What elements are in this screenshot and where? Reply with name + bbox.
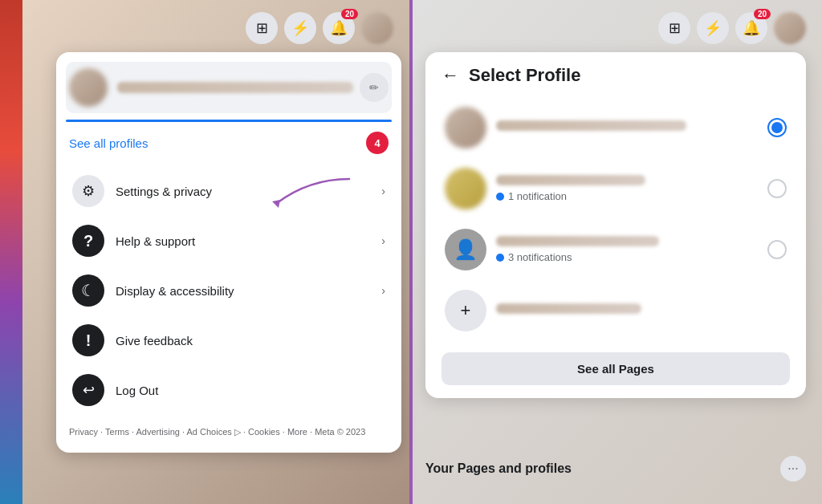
messenger-icon-left: ⚡: [291, 19, 309, 37]
right-panel: ⊞ ⚡ 🔔 20 ← Select Profile: [409, 0, 822, 504]
profile-edit-button[interactable]: ✏: [360, 73, 389, 102]
footer-links: Privacy · Terms · Advertising · Ad Choic…: [66, 416, 392, 443]
grid-icon-button-left[interactable]: ⊞: [246, 12, 278, 44]
add-profile-row[interactable]: +: [442, 282, 790, 339]
profile-name-1: [496, 120, 686, 131]
footer-text: Privacy · Terms · Advertising · Ad Choic…: [69, 427, 365, 437]
profile-option-1[interactable]: [442, 99, 790, 156]
notification-dot-2: [496, 193, 504, 201]
add-profile-name-blur: [496, 303, 641, 314]
panel-divider: [409, 0, 413, 504]
profiles-count-badge: 4: [366, 132, 389, 154]
profile-name-blur: [117, 82, 353, 93]
default-avatar-icon: 👤: [454, 238, 478, 261]
grid-icon-button-right[interactable]: ⊞: [658, 12, 690, 44]
select-profile-card: ← Select Profile 1 notification: [425, 52, 806, 398]
select-profile-header: ← Select Profile: [442, 65, 790, 86]
display-icon: ☾: [81, 281, 96, 300]
see-all-pages-button[interactable]: See all Pages: [442, 352, 790, 385]
dropdown-menu: ✏ See all profiles 4 ⚙ Settings & privac…: [56, 52, 401, 453]
more-options-button[interactable]: ···: [780, 456, 806, 482]
top-bar-left: ⊞ ⚡ 🔔 20: [0, 0, 409, 56]
profile-avatar-3: 👤: [445, 229, 486, 270]
add-profile-info: [496, 303, 787, 319]
radio-fill-1: [771, 122, 783, 133]
your-pages-row: Your Pages and profiles ···: [425, 449, 806, 488]
more-icon: ···: [787, 461, 798, 476]
left-panel: ⊞ ⚡ 🔔 20 ✏ See all profiles 4: [0, 0, 409, 504]
profile-info-1: [496, 120, 767, 136]
menu-item-help[interactable]: ? Help & support ›: [66, 217, 392, 265]
profile-top-row[interactable]: ✏: [66, 62, 392, 113]
see-all-profiles-link[interactable]: See all profiles: [69, 136, 148, 150]
menu-item-settings[interactable]: ⚙ Settings & privacy ›: [66, 167, 392, 215]
feedback-icon-circle: !: [72, 324, 104, 356]
plus-icon: +: [461, 300, 471, 321]
logout-icon: ↩: [83, 381, 95, 399]
radio-empty-2[interactable]: [767, 179, 787, 198]
messenger-icon-right: ⚡: [704, 19, 722, 37]
notification-icon-button-left[interactable]: 🔔 20: [323, 12, 355, 44]
help-label: Help & support: [116, 234, 381, 248]
menu-item-display[interactable]: ☾ Display & accessibility ›: [66, 266, 392, 315]
radio-empty-3[interactable]: [767, 240, 787, 259]
settings-icon: ⚙: [82, 182, 95, 200]
your-pages-label: Your Pages and profiles: [425, 461, 572, 476]
profile-info-2: 1 notification: [496, 175, 767, 202]
menu-item-logout[interactable]: ↩ Log Out: [66, 366, 392, 414]
radio-selected-1[interactable]: [767, 118, 787, 137]
top-bar-right: ⊞ ⚡ 🔔 20: [409, 0, 822, 56]
display-chevron: ›: [381, 284, 385, 297]
menu-item-feedback[interactable]: ! Give feedback: [66, 316, 392, 364]
avatar-button-right[interactable]: [774, 12, 806, 44]
help-icon: ?: [83, 232, 93, 250]
profile-info-3: 3 notifications: [496, 236, 767, 263]
settings-label: Settings & privacy: [116, 185, 381, 198]
profile-avatar-2: [445, 168, 486, 209]
profile-avatar-1: [445, 107, 486, 148]
profile-avatar: [69, 68, 108, 107]
menu-list: ⚙ Settings & privacy › ? Help & support …: [66, 167, 392, 414]
see-all-profiles-row: See all profiles 4: [66, 125, 392, 161]
profile-option-3[interactable]: 👤 3 notifications: [442, 221, 790, 278]
profile-option-2[interactable]: 1 notification: [442, 160, 790, 217]
notification-icon-left: 🔔: [330, 19, 348, 37]
display-icon-circle: ☾: [72, 274, 104, 307]
notification-text-2: 1 notification: [508, 190, 567, 202]
display-label: Display & accessibility: [116, 284, 381, 298]
help-icon-circle: ?: [72, 225, 104, 257]
settings-chevron: ›: [381, 185, 385, 197]
left-side-image: [0, 0, 22, 504]
notification-icon-right: 🔔: [743, 19, 760, 37]
help-chevron: ›: [381, 234, 385, 247]
messenger-icon-button-left[interactable]: ⚡: [284, 12, 316, 44]
feedback-label: Give feedback: [116, 334, 385, 348]
back-button[interactable]: ←: [442, 65, 459, 86]
grid-icon-left: ⊞: [256, 19, 268, 37]
logout-label: Log Out: [116, 384, 385, 397]
settings-icon-circle: ⚙: [72, 175, 104, 207]
blue-divider: [66, 120, 392, 122]
select-profile-title: Select Profile: [469, 65, 580, 86]
feedback-icon: !: [86, 331, 92, 350]
profile-name-3: [496, 236, 659, 246]
notification-dot-3: [496, 254, 504, 262]
notification-badge-left: 20: [341, 9, 358, 19]
add-profile-circle: +: [445, 290, 486, 331]
grid-icon-right: ⊞: [669, 19, 681, 37]
notification-badge-right: 20: [754, 9, 771, 19]
logout-icon-circle: ↩: [72, 374, 104, 406]
messenger-icon-button-right[interactable]: ⚡: [697, 12, 729, 44]
profile-name-2: [496, 175, 645, 185]
notification-text-3: 3 notifications: [508, 251, 572, 263]
right-bottom-section: Your Pages and profiles ···: [425, 449, 806, 488]
notification-icon-button-right[interactable]: 🔔 20: [735, 12, 767, 44]
edit-icon: ✏: [369, 81, 379, 94]
avatar-button-left[interactable]: [361, 12, 393, 44]
